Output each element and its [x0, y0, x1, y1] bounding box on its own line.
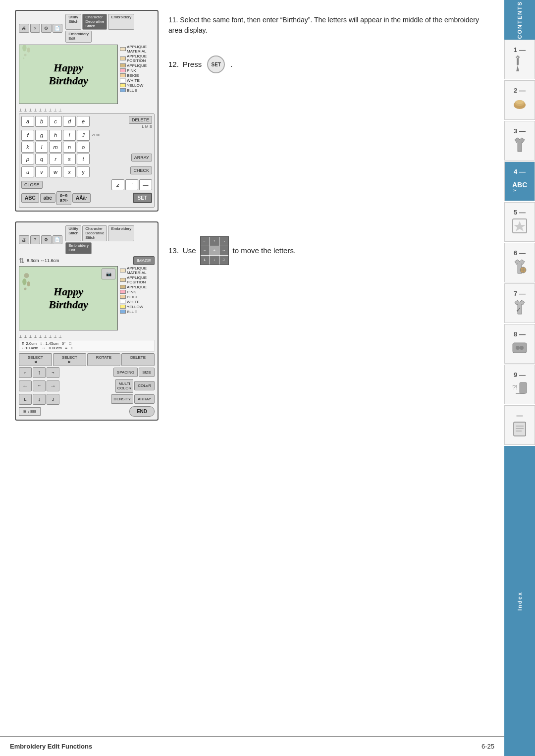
panel1-icon2[interactable]: ? — [30, 24, 41, 33]
multi-color-btn[interactable]: MULTICOLOR — [115, 379, 133, 393]
color-btn[interactable]: COLoR — [134, 381, 155, 390]
panel2-menu-utility[interactable]: UtilityStitch — [65, 225, 81, 241]
tab-7[interactable]: 7 — ✓ — [504, 283, 535, 323]
mode-nums[interactable]: 0~98?!· — [56, 191, 71, 205]
panel2-icon4[interactable]: 📄 — [53, 235, 63, 244]
ma-l: ← — [201, 246, 210, 255]
key-dash[interactable]: — — [139, 179, 152, 190]
stitch-preview-btn[interactable]: ⊟/ 888 — [19, 407, 41, 416]
tab-1[interactable]: 1 — — [504, 40, 535, 79]
key-h[interactable]: h — [49, 130, 62, 141]
panel2-menu-edit[interactable]: EmbroideryEdit — [65, 242, 92, 254]
rotate-btn[interactable]: ROTATE — [87, 353, 120, 366]
nav-center[interactable]: ↔ — [33, 380, 46, 391]
tab-8[interactable]: 8 — — [504, 324, 535, 364]
tab-6[interactable]: 6 — — [504, 243, 535, 282]
key-f[interactable]: f — [21, 130, 34, 141]
key-b[interactable]: b — [35, 116, 48, 127]
key-x[interactable]: x — [63, 166, 76, 177]
panel2-icon1[interactable]: 🖨 — [19, 235, 29, 244]
tab-index[interactable]: Index — [504, 446, 535, 756]
key-i[interactable]: i — [63, 130, 76, 141]
tab-10[interactable]: — — [504, 405, 535, 445]
menu-utility[interactable]: UtilityStitch — [65, 14, 81, 30]
close-btn[interactable]: CLOSE — [21, 181, 43, 189]
tab-5[interactable]: 5 — — [504, 202, 535, 242]
step-13-section: 13. Use ⌐ ↑ ¬ ← + → L ↓ J to move the l — [168, 236, 489, 265]
tab-4[interactable]: 4 — ABC✂ — [504, 162, 535, 201]
array-btn2[interactable]: ARRAY — [134, 394, 155, 404]
tab-2[interactable]: 2 — — [504, 80, 535, 120]
panel1-icon1[interactable]: 🖨 — [19, 24, 29, 33]
tab-contents[interactable]: CONTENTS — [504, 0, 535, 40]
panel1-icon3[interactable]: ⚙ — [41, 24, 52, 33]
mode-abc-lower[interactable]: abc — [40, 193, 55, 203]
key-y[interactable]: y — [77, 166, 90, 177]
key-u[interactable]: u — [21, 166, 34, 177]
select-prev-btn[interactable]: SELECT◄ — [19, 353, 52, 366]
panel2-icon2[interactable]: ? — [30, 235, 41, 244]
tab-3[interactable]: 3 — — [504, 121, 535, 161]
size-btn[interactable]: SIZE — [139, 368, 155, 377]
tab-4-num: 4 — — [514, 168, 526, 175]
menu-embroidery[interactable]: Embroidery — [108, 14, 134, 30]
key-v[interactable]: v — [35, 166, 48, 177]
tab-3-num: 3 — — [514, 127, 526, 135]
density-btn[interactable]: DENSITY — [111, 394, 133, 404]
key-apos[interactable]: ' — [125, 179, 138, 190]
nav-left[interactable]: ← — [19, 380, 32, 391]
key-J[interactable]: J — [77, 130, 90, 141]
set-button-inline[interactable]: SET — [207, 55, 225, 73]
nav-corner-bl[interactable]: L — [19, 394, 32, 405]
panel1-icon4[interactable]: 📄 — [53, 24, 63, 33]
spacing-btn[interactable]: SPACING — [113, 368, 138, 377]
panel1-set-btn[interactable]: SET — [133, 193, 152, 203]
svg-point-21 — [520, 346, 524, 350]
tab-5-num: 5 — — [514, 209, 526, 216]
key-t[interactable]: t — [77, 154, 90, 164]
key-o[interactable]: o — [77, 142, 90, 153]
delete-btn2[interactable]: DELETE — [121, 353, 155, 366]
check-btn[interactable]: CHECK — [130, 166, 152, 174]
move-arrows-grid: ⌐ ↑ ¬ ← + → L ↓ J — [200, 236, 229, 265]
key-r[interactable]: r — [49, 154, 62, 164]
mode-abc[interactable]: ABC — [21, 193, 39, 203]
key-g[interactable]: g — [35, 130, 48, 141]
delete-btn[interactable]: DELETE — [129, 116, 152, 124]
panel2-menu-embroidery[interactable]: Embroidery — [108, 225, 134, 241]
key-p[interactable]: p — [21, 154, 34, 164]
ma-t: ↑ — [210, 237, 219, 246]
panel2-menu-character[interactable]: CharacterDecorativeStitch — [82, 225, 107, 241]
nav-down[interactable]: ↓ — [33, 394, 46, 405]
panel2-camera-btn[interactable]: 📷 — [102, 269, 115, 279]
array-btn[interactable]: ARRAY — [131, 154, 152, 162]
image-btn[interactable]: IMAGE — [133, 256, 155, 265]
key-w[interactable]: w — [49, 166, 62, 177]
menu-embroidery-edit[interactable]: EmbroideryEdit — [65, 31, 92, 43]
key-s[interactable]: s — [63, 154, 76, 164]
key-a[interactable]: a — [21, 116, 34, 127]
nav-corner-tr[interactable]: ¬ — [47, 367, 59, 378]
step-12-text: 12. Press SET . — [168, 55, 489, 73]
key-m[interactable]: m — [49, 142, 62, 153]
menu-character[interactable]: CharacterDecorativeStitch — [82, 14, 107, 30]
key-c[interactable]: c — [49, 116, 62, 127]
nav-corner-tl[interactable]: ⌐ — [19, 367, 32, 378]
key-n[interactable]: n — [63, 142, 76, 153]
panel-2: 🖨 ? ⚙ 📄 UtilityStitch CharacterDecorativ… — [15, 221, 159, 431]
key-d[interactable]: d — [63, 116, 76, 127]
nav-corner-br[interactable]: J — [47, 394, 59, 405]
doc-icon — [510, 419, 530, 439]
panel2-icon3[interactable]: ⚙ — [41, 235, 52, 244]
nav-up[interactable]: ↑ — [33, 367, 46, 378]
key-l[interactable]: l — [35, 142, 48, 153]
select-next-btn[interactable]: SELECT► — [53, 353, 86, 366]
key-k[interactable]: k — [21, 142, 34, 153]
key-q[interactable]: q — [35, 154, 48, 164]
mode-special[interactable]: ÄÅä· — [72, 193, 91, 203]
tab-9[interactable]: 9 — ?! — [504, 365, 535, 404]
end-btn[interactable]: END — [129, 406, 155, 417]
key-z[interactable]: z — [111, 179, 124, 190]
nav-right[interactable]: → — [47, 380, 59, 391]
key-e[interactable]: e — [77, 116, 90, 127]
